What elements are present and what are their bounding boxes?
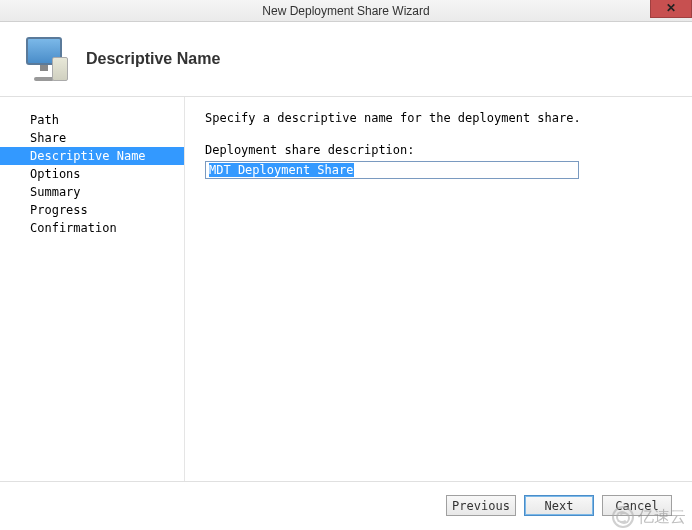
cancel-button[interactable]: Cancel [602,495,672,516]
sidebar-item-share[interactable]: Share [0,129,184,147]
wizard-content: Specify a descriptive name for the deplo… [185,97,692,481]
titlebar: New Deployment Share Wizard ✕ [0,0,692,22]
sidebar-item-confirmation[interactable]: Confirmation [0,219,184,237]
sidebar-item-path[interactable]: Path [0,111,184,129]
window-title: New Deployment Share Wizard [262,4,429,18]
wizard-footer: Previous Next Cancel [0,481,692,529]
wizard-header: Descriptive Name [0,22,692,97]
close-button[interactable]: ✕ [650,0,692,18]
close-icon: ✕ [666,1,676,15]
sidebar-item-descriptive-name[interactable]: Descriptive Name [0,147,184,165]
wizard-sidebar: Path Share Descriptive Name Options Summ… [0,97,185,481]
sidebar-item-options[interactable]: Options [0,165,184,183]
next-button[interactable]: Next [524,495,594,516]
computer-icon [20,35,68,83]
sidebar-item-summary[interactable]: Summary [0,183,184,201]
sidebar-item-progress[interactable]: Progress [0,201,184,219]
wizard-body: Path Share Descriptive Name Options Summ… [0,97,692,481]
page-title: Descriptive Name [86,50,220,68]
instruction-text: Specify a descriptive name for the deplo… [205,111,672,125]
previous-button[interactable]: Previous [446,495,516,516]
description-input[interactable]: MDT Deployment Share [205,161,579,179]
description-label: Deployment share description: [205,143,672,157]
